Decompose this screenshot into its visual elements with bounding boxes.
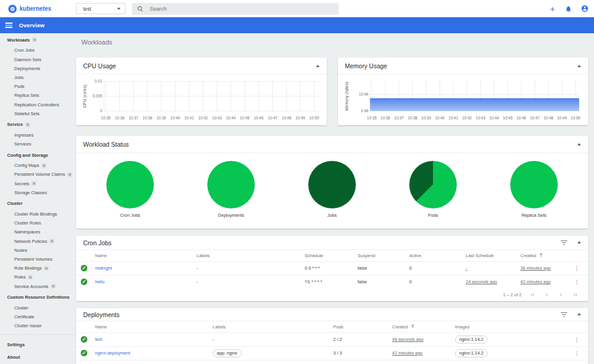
cron-job-name-link[interactable]: hello [95,279,105,284]
column-header-label: Pods [333,324,343,330]
column-header-label: Labels [197,253,210,258]
sidebar-item-replication-controllers[interactable]: Replication Controllers [0,100,76,109]
collapse-arrow-icon[interactable] [316,65,320,67]
cpu-usage-chart: 0.010.005010:3510:3610:3710:3810:3910:40… [76,74,327,128]
column-header[interactable]: Pods [328,321,387,333]
filter-icon[interactable] [561,240,567,245]
sidebar-group-config-and-storage[interactable]: Config and Storage [0,150,76,159]
svg-text:10:41: 10:41 [448,116,459,120]
search-input[interactable]: Search [132,3,339,15]
sidebar-item-ingresses[interactable]: Ingresses [0,131,76,140]
first-page-icon[interactable] [530,292,535,297]
pie-label: Pods [428,213,438,218]
svg-text:10:45: 10:45 [503,116,513,120]
toolbar: Overview [0,17,594,33]
sidebar-item-label: Settings [7,342,25,347]
last-page-icon[interactable] [573,292,578,297]
sidebar-item-settings[interactable]: Settings [0,338,76,351]
sidebar-item-stateful-sets[interactable]: Stateful Sets [0,109,76,118]
column-header[interactable]: Suspend [353,250,405,261]
sidebar-item-label: Service Accounts [14,284,49,289]
sidebar-item-label: Persistent Volumes [14,257,52,262]
row-menu-kebab-icon[interactable]: ⋮ [565,333,588,346]
sidebar-item-jobs[interactable]: Jobs [0,73,76,82]
collapse-arrow-icon[interactable] [577,65,581,67]
sidebar-item-label: Ingresses [14,132,34,138]
sidebar-item-persistent-volume-claims[interactable]: Persistent Volume ClaimsN [0,170,76,179]
sort-arrow-icon [411,324,415,328]
workload-status-card: Workload Status Cron JobsDeploymentsJobs… [76,136,588,229]
column-header[interactable]: Name [90,321,208,333]
column-header-label: Name [95,324,107,330]
svg-text:10:40: 10:40 [170,116,181,120]
sidebar-item-label: Cluster [14,305,29,311]
sidebar-item-deployments[interactable]: Deployments [0,64,76,73]
cron-jobs-card: Cron Jobs NameLabelsScheduleSuspendActiv… [76,236,588,301]
column-header[interactable]: Labels [192,250,300,261]
cron-jobs-title: Cron Jobs [83,239,112,246]
sidebar-item-service-accounts[interactable]: Service AccountsN [0,281,76,290]
column-header[interactable]: Created [516,250,565,261]
sidebar-item-cluster-role-bindings[interactable]: Cluster Role Bindings [0,210,76,219]
column-header[interactable]: Active [405,250,461,261]
column-header[interactable]: Labels [208,321,328,333]
filter-icon[interactable] [561,312,567,317]
svg-text:10:37: 10:37 [129,116,139,120]
user-account-icon[interactable] [580,5,589,13]
sidebar-item-cluster-issuer[interactable]: Cluster Issuer [0,321,76,330]
sidebar-item-pods[interactable]: Pods [0,82,76,91]
cron-job-name-link[interactable]: midnight [95,265,112,271]
sidebar-item-label: Cluster Role Bindings [14,211,57,217]
deployment-name-link[interactable]: test [95,337,102,342]
sidebar-group-custom-resource-definitions[interactable]: Custom Resource Definitions [0,293,76,302]
sidebar-group-cluster[interactable]: Cluster [0,199,76,208]
workload-status-pods: Pods [383,161,484,218]
column-header[interactable]: Last Schedule [461,250,516,261]
row-menu-kebab-icon[interactable]: ⋮ [565,261,588,275]
column-header-label: Name [95,253,107,258]
sidebar-item-certificate[interactable]: Certificate [0,312,76,321]
sidebar-item-persistent-volumes[interactable]: Persistent Volumes [0,255,76,264]
notifications-bell-icon[interactable] [564,5,573,13]
column-header[interactable]: Created [387,321,450,333]
sidebar-item-storage-classes[interactable]: Storage Classes [0,188,76,197]
sidebar-item-secrets[interactable]: SecretsN [0,179,76,188]
deployment-name-link[interactable]: nginx-deployment [95,350,130,356]
sidebar-item-namespaces[interactable]: Namespaces [0,227,76,236]
sidebar-item-config-maps[interactable]: Config MapsN [0,161,76,170]
sidebar-item-services[interactable]: Services [0,140,76,148]
column-header[interactable]: Images [450,321,565,333]
sidebar-group-service[interactable]: ServiceN [0,120,76,129]
collapse-arrow-icon[interactable] [577,241,581,243]
menu-hamburger-icon[interactable] [5,23,12,28]
cell-schedule: */1 * * * * [305,279,322,284]
sidebar-item-role-bindings[interactable]: Role BindingsN [0,264,76,273]
namespace-select-value: test [83,6,91,12]
sidebar-item-nodes[interactable]: Nodes [0,246,76,255]
sidebar-group-workloads[interactable]: WorkloadsN [0,36,76,45]
row-menu-kebab-icon[interactable]: ⋮ [565,275,588,289]
sidebar-item-label: Config Maps [14,163,39,168]
sidebar-item-network-policies[interactable]: Network PoliciesN [0,236,76,245]
cell-suspend: false [358,279,367,284]
column-header[interactable]: Name [90,250,192,261]
namespace-select[interactable]: test [76,3,125,14]
column-header[interactable]: Schedule [300,250,353,261]
brand[interactable]: ☸ kubernetes [0,5,76,13]
sidebar-item-replica-sets[interactable]: Replica Sets [0,91,76,100]
prev-page-icon[interactable] [544,292,549,297]
cell-schedule: 0 0 * * * [305,265,320,271]
sidebar-item-roles[interactable]: RolesN [0,273,76,281]
sidebar-item-cluster[interactable]: Cluster [0,303,76,312]
next-page-icon[interactable] [558,292,564,297]
collapse-arrow-icon[interactable] [577,143,581,145]
collapse-arrow-icon[interactable] [577,313,581,315]
sidebar-item-cluster-roles[interactable]: Cluster Roles [0,219,76,227]
row-menu-kebab-icon[interactable]: ⋮ [565,346,588,360]
cell-labels: - [213,337,214,342]
sidebar-item-cron-jobs[interactable]: Cron Jobs [0,46,76,55]
sidebar-item-about[interactable]: About [0,351,76,363]
deployment-row: ✓nginx-deploymentapp: nginx3 / 342 minut… [76,346,588,360]
sidebar-item-daemon-sets[interactable]: Daemon Sets [0,55,76,64]
create-resource-button[interactable]: + [548,5,557,13]
